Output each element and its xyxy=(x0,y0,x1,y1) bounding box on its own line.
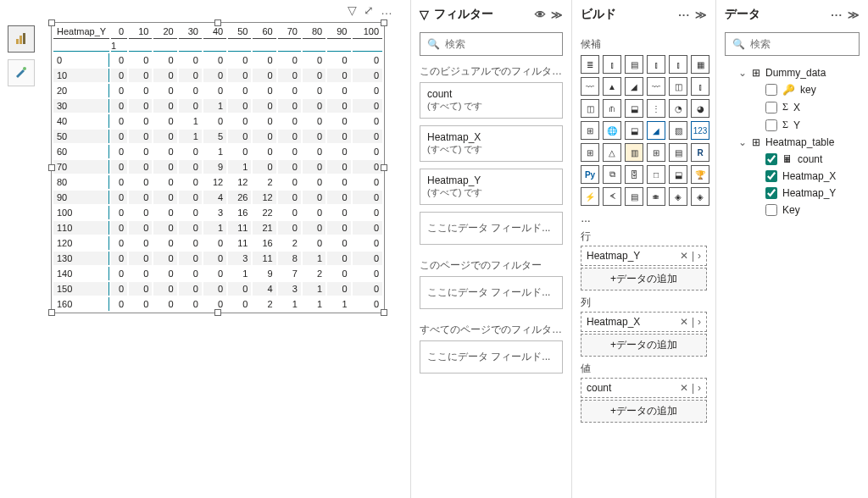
field-checkbox[interactable] xyxy=(765,119,777,131)
chevron-down-icon[interactable]: ⌄ xyxy=(738,136,747,148)
viz-type-button[interactable]: ▦ xyxy=(691,55,709,74)
viz-type-button[interactable]: ◕ xyxy=(691,99,709,118)
viz-type-button[interactable]: ◫ xyxy=(581,99,599,118)
field-checkbox[interactable] xyxy=(765,170,777,182)
table-row[interactable]: 6000001000000 xyxy=(53,145,382,158)
table-row[interactable]: 800000121220000 xyxy=(53,175,382,189)
table-row[interactable]: 3000001000000 xyxy=(53,99,382,113)
filter-card[interactable]: count(すべて) です xyxy=(420,82,563,119)
field-node[interactable]: Heatmap_X xyxy=(752,168,860,185)
col-header[interactable]: 20 xyxy=(153,25,176,39)
viz-type-button[interactable]: ⫙ xyxy=(603,99,621,118)
filter-card[interactable]: Heatmap_Y(すべて) です xyxy=(420,169,563,205)
viz-type-button[interactable]: ⊞ xyxy=(581,121,599,140)
viz-type-button[interactable]: ▲ xyxy=(603,77,621,96)
viz-type-button[interactable]: Py xyxy=(581,165,599,184)
resize-handle[interactable] xyxy=(214,19,221,26)
col-header[interactable]: 40 xyxy=(203,25,226,39)
viz-type-button[interactable]: 🗄 xyxy=(625,165,643,184)
filters-visual-dropzone[interactable]: ここにデータ フィールド... xyxy=(420,212,563,245)
viz-type-button[interactable]: ⬓ xyxy=(625,121,643,140)
cols-field-chip[interactable]: Heatmap_X ✕|› xyxy=(581,312,707,332)
filter-card[interactable]: Heatmap_X(すべて) です xyxy=(420,125,563,162)
viz-type-button[interactable]: ◈ xyxy=(669,187,687,206)
viz-type-button[interactable]: ᗉ xyxy=(603,187,621,206)
table-node[interactable]: ⌄⊞Heatmap_table xyxy=(738,134,860,151)
viz-type-button[interactable]: ⩩ xyxy=(647,187,665,206)
data-search[interactable]: 🔍 xyxy=(725,32,860,56)
viz-type-button[interactable]: ⬓ xyxy=(669,165,687,184)
field-node[interactable]: ΣY xyxy=(752,116,860,134)
col-header[interactable]: 30 xyxy=(179,25,202,39)
matrix-visual[interactable]: Heatmap_Y01020304050607080901001 0000000… xyxy=(51,22,385,313)
col-header[interactable]: 0 xyxy=(111,25,127,39)
rows-add-button[interactable]: +データの追加 xyxy=(581,268,707,290)
filters-search[interactable]: 🔍 xyxy=(420,32,563,56)
filters-search-input[interactable] xyxy=(445,38,555,50)
field-node[interactable]: Key xyxy=(752,202,860,219)
viz-type-button[interactable]: ◢ xyxy=(625,77,643,96)
viz-type-button[interactable]: ⊞ xyxy=(581,143,599,162)
collapse-icon[interactable]: ≫ xyxy=(695,8,707,21)
chevron-down-icon[interactable]: ⌄ xyxy=(738,67,747,79)
viz-more-icon[interactable]: … xyxy=(581,213,592,224)
field-node[interactable]: ΣX xyxy=(752,98,860,116)
viz-type-button[interactable]: ▤ xyxy=(625,187,643,206)
col-header[interactable]: 100 xyxy=(353,25,383,39)
field-node[interactable]: Heatmap_Y xyxy=(752,185,860,202)
values-field-chip[interactable]: count ✕|› xyxy=(581,378,707,398)
focus-icon[interactable]: ⤢ xyxy=(364,3,374,17)
table-row[interactable]: 1200000011162000 xyxy=(53,236,382,250)
viz-type-button[interactable]: ▧ xyxy=(669,121,687,140)
table-row[interactable]: 14000000197200 xyxy=(53,267,382,280)
chevron-right-icon[interactable]: › xyxy=(698,316,701,328)
field-checkbox[interactable] xyxy=(765,153,777,165)
table-row[interactable]: 15000000043100 xyxy=(53,282,382,296)
viz-type-button[interactable]: ▥ xyxy=(625,143,643,162)
table-row[interactable]: 000000000000 xyxy=(53,53,382,67)
viz-type-button[interactable]: 🏆 xyxy=(691,165,709,184)
field-checkbox[interactable] xyxy=(765,102,777,113)
more-icon[interactable]: ··· xyxy=(678,8,690,21)
resize-handle[interactable] xyxy=(48,164,55,171)
viz-type-button[interactable]: ⚡ xyxy=(581,187,599,206)
visual-tool-button[interactable] xyxy=(8,25,35,53)
field-checkbox[interactable] xyxy=(765,84,777,96)
viz-type-button[interactable]: ⫿ xyxy=(647,55,665,74)
table-row[interactable]: 900000426120000 xyxy=(53,191,382,204)
table-row[interactable]: 1100000111210000 xyxy=(53,221,382,235)
chevron-right-icon[interactable]: › xyxy=(698,382,701,394)
collapse-icon[interactable]: ≫ xyxy=(848,8,860,21)
viz-type-button[interactable]: ⫿ xyxy=(669,55,687,74)
resize-handle[interactable] xyxy=(381,19,387,26)
viz-type-button[interactable]: ⫿ xyxy=(603,55,621,74)
viz-type-button[interactable]: ≣ xyxy=(581,55,599,74)
field-node[interactable]: 🖩count xyxy=(752,151,860,168)
table-row[interactable]: 7000009100000 xyxy=(53,160,382,174)
col-header[interactable]: 50 xyxy=(228,25,251,39)
viz-type-button[interactable]: ⊞ xyxy=(647,143,665,162)
table-row[interactable]: 130000003118100 xyxy=(53,252,382,265)
viz-type-button[interactable]: ⋮ xyxy=(647,99,665,118)
resize-handle[interactable] xyxy=(48,309,55,316)
filter-icon[interactable]: ▽ xyxy=(348,3,357,17)
filters-page-dropzone[interactable]: ここにデータ フィールド... xyxy=(420,276,563,309)
eye-icon[interactable]: 👁 xyxy=(535,8,546,21)
table-row[interactable]: 1000000316220000 xyxy=(53,206,382,219)
viz-type-button[interactable]: ⧉ xyxy=(603,165,621,184)
filters-all-dropzone[interactable]: ここにデータ フィールド... xyxy=(420,340,563,374)
field-checkbox[interactable] xyxy=(765,204,777,216)
resize-handle[interactable] xyxy=(214,309,221,316)
viz-type-button[interactable]: △ xyxy=(603,143,621,162)
data-search-input[interactable] xyxy=(750,38,852,50)
viz-type-button[interactable]: ▤ xyxy=(669,143,687,162)
viz-type-button[interactable]: 123 xyxy=(691,121,709,140)
col-header[interactable]: 10 xyxy=(129,25,152,39)
viz-type-button[interactable]: ◔ xyxy=(669,99,687,118)
viz-type-button[interactable]: ◢ xyxy=(647,121,665,140)
table-row[interactable]: 4000010000000 xyxy=(53,114,382,128)
col-header[interactable]: 90 xyxy=(327,25,350,39)
remove-icon[interactable]: ✕ xyxy=(680,250,688,262)
viz-type-button[interactable]: 🌐 xyxy=(603,121,621,140)
field-node[interactable]: 🔑key xyxy=(752,81,860,98)
